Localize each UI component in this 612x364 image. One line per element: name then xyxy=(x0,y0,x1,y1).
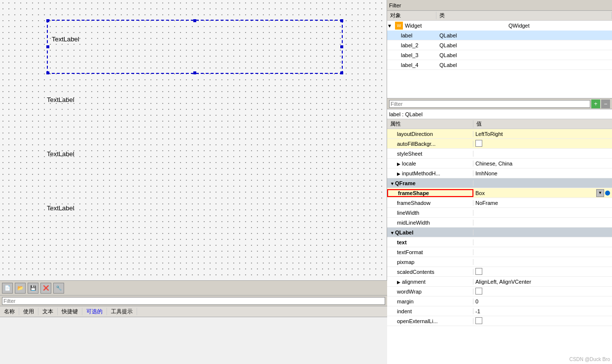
prop-name-inputMethodH: ▶inputMethodH... xyxy=(387,170,473,176)
prop-name-midLineWidth: midLineWidth xyxy=(387,220,473,226)
prop-textFormat[interactable]: textFormat xyxy=(387,247,612,257)
obj-class-label2: QLabel xyxy=(436,42,612,48)
prop-val-locale: Chinese, China xyxy=(473,161,612,166)
obj-class-label: QLabel xyxy=(436,33,612,38)
canvas: TextLabel TextLabel TextLabel TextLabel xyxy=(0,0,387,280)
prop-name-textFormat: textFormat xyxy=(387,249,473,255)
wordWrap-checkbox[interactable] xyxy=(475,288,482,295)
prop-val-wordWrap xyxy=(473,288,612,296)
obj-row-label2[interactable]: label_2 QLabel xyxy=(387,40,612,50)
props-filter-input[interactable] xyxy=(389,100,590,108)
prop-val-layoutDirection: LeftToRight xyxy=(473,131,612,137)
col-tooltip: 工具提示 xyxy=(107,308,137,315)
prop-val-margin: 0 xyxy=(473,298,612,304)
props-panel: + − label : QLabel 属性 值 layoutDirection … xyxy=(387,99,612,364)
autoFill-checkbox[interactable] xyxy=(475,140,482,147)
frameShape-value: Box xyxy=(475,190,596,196)
prop-layoutDirection[interactable]: layoutDirection LeftToRight xyxy=(387,129,612,139)
prop-name-qframe: ▼QFrame xyxy=(387,180,473,186)
obj-name-label4: label_4 xyxy=(387,62,436,68)
props-col-header: 属性 值 xyxy=(387,119,612,129)
col-name: 名称 xyxy=(0,308,19,315)
props-add-button[interactable]: + xyxy=(591,99,600,108)
handle-bl[interactable] xyxy=(46,71,49,74)
prop-frameShape[interactable]: frameShape Box ▼ NoFrame Box Panel Win xyxy=(387,188,612,198)
toolbar-icon-2[interactable]: 📂 xyxy=(15,283,26,294)
prop-name-wordWrap: wordWrap xyxy=(387,289,473,295)
prop-val-scaledContents xyxy=(473,268,612,276)
widget-name: Widget xyxy=(405,23,508,29)
prop-val-inputMethodH: ImhNone xyxy=(473,170,612,176)
selected-widget[interactable]: TextLabel xyxy=(47,20,343,74)
obj-class-label4: QLabel xyxy=(436,62,612,68)
toolbar-icon-5[interactable]: 🔧 xyxy=(53,283,64,294)
col-property: 属性 xyxy=(387,120,473,128)
prop-lineWidth[interactable]: lineWidth xyxy=(387,208,612,218)
toolbar-icon-1[interactable]: 📄 xyxy=(2,283,13,294)
prop-name-scaledContents: scaledContents xyxy=(387,269,473,275)
prop-name-layoutDirection: layoutDirection xyxy=(387,131,473,137)
col-use: 使用 xyxy=(19,308,38,315)
toolbar-icon-3[interactable]: 💾 xyxy=(28,283,38,294)
prop-locale[interactable]: ▶locale Chinese, China xyxy=(387,159,612,168)
handle-br[interactable] xyxy=(340,71,343,74)
handle-tl[interactable] xyxy=(46,19,49,22)
prop-val-alignment: AlignLeft, AlignVCenter xyxy=(473,279,612,285)
prop-name-locale: ▶locale xyxy=(387,161,473,166)
prop-name-indent: indent xyxy=(387,308,473,314)
bottom-filter-input[interactable] xyxy=(2,297,385,305)
object-filter-label: Filter xyxy=(389,2,401,8)
widget-icon: W xyxy=(395,22,403,30)
handle-ml[interactable] xyxy=(46,45,49,48)
prop-scaledContents[interactable]: scaledContents xyxy=(387,267,612,277)
obj-row-label4[interactable]: label_4 QLabel xyxy=(387,60,612,70)
prop-frameShadow[interactable]: frameShadow NoFrame xyxy=(387,198,612,208)
obj-name-label: label xyxy=(387,33,436,38)
prop-midLineWidth[interactable]: midLineWidth xyxy=(387,218,612,228)
prop-autoFillBackgr[interactable]: autoFillBackgr... xyxy=(387,139,612,149)
scaledContents-checkbox[interactable] xyxy=(475,268,482,275)
handle-tr[interactable] xyxy=(340,19,343,22)
prop-val-indent: -1 xyxy=(473,308,612,314)
props-filter-bar: + − xyxy=(387,99,612,109)
props-minus-button[interactable]: − xyxy=(601,99,610,108)
prop-val-autoFill xyxy=(473,140,612,148)
props-list: layoutDirection LeftToRight autoFillBack… xyxy=(387,129,612,364)
prop-styleSheet[interactable]: styleSheet xyxy=(387,149,612,159)
handle-bc[interactable] xyxy=(193,71,196,74)
prop-margin[interactable]: margin 0 xyxy=(387,297,612,306)
action-toolbar: 📄 📂 💾 ❌ 🔧 xyxy=(0,281,387,296)
widget-class: QWidget xyxy=(508,23,612,29)
prop-indent[interactable]: indent -1 xyxy=(387,306,612,316)
widget-expand-arrow: ▼ xyxy=(387,23,393,29)
right-panel: Filter 对象 类 ▼ W Widget QWidget label QLa… xyxy=(387,0,612,364)
action-columns-header: 名称 使用 文本 快捷键 可选的 工具提示 xyxy=(0,306,387,317)
prop-name-frameShadow: frameShadow xyxy=(387,200,473,206)
label3[interactable]: TextLabel xyxy=(47,150,74,158)
widget-row[interactable]: ▼ W Widget QWidget xyxy=(387,21,612,31)
prop-val-frameShadow: NoFrame xyxy=(473,200,612,206)
object-table-header: 对象 类 xyxy=(387,11,612,21)
openExternalLi-checkbox[interactable] xyxy=(475,317,482,324)
prop-name-text: text xyxy=(387,239,473,245)
prop-val-frameShape[interactable]: Box ▼ NoFrame Box Panel WinPanel HLine V… xyxy=(473,189,612,197)
handle-mr[interactable] xyxy=(340,45,343,48)
prop-name-frameShape: frameShape xyxy=(387,189,473,197)
obj-row-label3[interactable]: label_3 QLabel xyxy=(387,50,612,60)
prop-openExternalLi[interactable]: openExternalLi... xyxy=(387,316,612,326)
props-label-text: label : QLabel xyxy=(389,111,423,117)
frameShape-dropdown-arrow[interactable]: ▼ xyxy=(596,189,604,197)
toolbar-icon-4[interactable]: ❌ xyxy=(40,283,51,294)
col-class: 类 xyxy=(436,12,612,19)
prop-text[interactable]: text xyxy=(387,237,612,247)
prop-alignment[interactable]: ▶alignment AlignLeft, AlignVCenter xyxy=(387,277,612,287)
obj-class-label3: QLabel xyxy=(436,52,612,58)
label1-text: TextLabel xyxy=(52,35,79,43)
prop-wordWrap[interactable]: wordWrap xyxy=(387,287,612,297)
prop-pixmap[interactable]: pixmap xyxy=(387,257,612,267)
obj-row-label[interactable]: label QLabel xyxy=(387,31,612,40)
handle-tc[interactable] xyxy=(193,19,196,22)
prop-inputMethodH[interactable]: ▶inputMethodH... ImhNone xyxy=(387,168,612,178)
label2[interactable]: TextLabel xyxy=(47,96,74,103)
label4[interactable]: TextLabel xyxy=(47,204,74,212)
